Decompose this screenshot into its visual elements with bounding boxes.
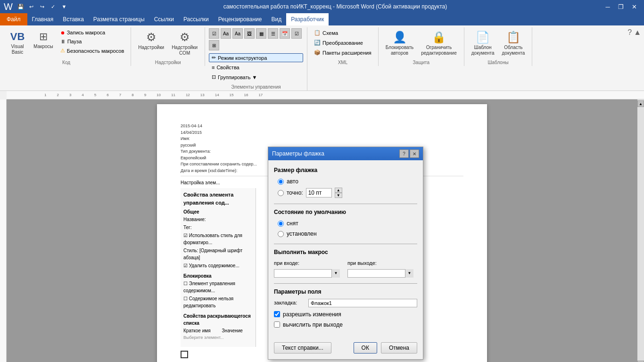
addins-button[interactable]: ⚙ Надстройки [135,28,167,53]
state-unchecked-radio[interactable] [278,221,284,227]
menu-page-layout[interactable]: Разметка страницы [89,13,149,25]
macros-button[interactable]: ⊞ Макросы [30,28,57,52]
control-icon-4[interactable]: 🖼 [244,28,255,39]
ok-button[interactable]: ОК [354,342,377,354]
state-checked-option[interactable]: установлен [278,230,417,238]
allow-changes-option[interactable]: разрешить изменения [274,310,417,319]
control-icon-6[interactable]: ☰ [268,28,278,39]
control-icon-5[interactable]: ▦ [256,28,266,39]
design-mode-button[interactable]: ✏ Режим конструктора [209,53,303,62]
size-auto-option[interactable]: авто [278,177,417,186]
control-icon-8[interactable]: ☑ [291,28,302,39]
menu-home[interactable]: Главная [27,13,58,25]
macro-exit-label: при выходе: [347,259,413,267]
dialog-close-btn[interactable]: ✕ [410,149,419,158]
size-spinbox-arrows[interactable]: ▲ ▼ [335,188,342,198]
quick-access-toolbar[interactable]: W 💾 ↩ ↪ ✓ ▼ [4,1,69,12]
size-exact-label: точно: [287,189,303,197]
menu-review[interactable]: Рецензирование [214,13,267,25]
default-state-label: Состояние по умолчанию [274,208,417,216]
state-radio-group[interactable]: снят установлен [274,219,417,238]
macro-exit-arrow[interactable]: ▼ [405,269,413,278]
visual-basic-button[interactable]: VB VisualBasic [6,28,29,58]
field-params-section: Параметры поля закладка: разрешить измен… [274,288,417,329]
size-up-arrow[interactable]: ▲ [335,188,342,193]
block-authors-button[interactable]: 👤 Блокироватьавторов [382,28,417,58]
doc-area-button[interactable]: 📋 Областьдокумента [499,28,528,58]
restrict-edit-button[interactable]: 🔒 Ограничитьредактирование [418,28,460,58]
bookmark-row: закладка: [274,299,417,307]
save-qa-btn[interactable]: 💾 [16,2,25,11]
vertical-scrollbar[interactable]: ▲ ▼ [637,99,644,362]
control-icon-1[interactable]: ☑ [209,28,219,39]
addins-icon: ⚙ [146,31,157,44]
field-params-label: Параметры поля [274,288,417,296]
grouping-button[interactable]: ⊡ Группировать ▼ [209,73,303,82]
transform-button[interactable]: 🔄 Преобразование [311,38,366,47]
ext-packages-button[interactable]: 📦 Пакеты расширения [311,48,374,57]
record-icon: ⏺ [60,30,65,35]
help-text-button[interactable]: Текст справки... [274,342,331,354]
record-macro-button[interactable]: ⏺ Запись макроса [58,28,127,37]
menu-references[interactable]: Ссылки [149,13,179,25]
size-exact-radio[interactable] [278,190,284,196]
qa-dropdown-btn[interactable]: ▼ [59,2,69,11]
window-controls[interactable]: ─ ❐ ✕ [602,2,640,11]
macro-exit-input[interactable] [347,269,413,278]
state-unchecked-label: снят [287,219,298,228]
state-unchecked-option[interactable]: снят [278,219,417,228]
ribbon-minimize-btn[interactable]: ▲ [634,28,641,37]
macro-security-button[interactable]: ⚠ Безопасность макросов [58,46,127,55]
size-exact-option[interactable]: точно: ▲ ▼ [278,188,417,198]
state-checked-radio[interactable] [278,231,284,237]
doc-template-button[interactable]: 📄 Шаблондокумента [468,28,498,58]
com-addins-icon: ⚙ [180,31,190,44]
menu-developer[interactable]: Разработчик [286,13,329,25]
restore-btn[interactable]: ❐ [615,2,627,11]
allow-changes-checkbox[interactable] [274,311,280,317]
schema-icon: 📋 [314,30,321,36]
cancel-button[interactable]: Отмена [381,342,417,354]
ribbon-group-code: VB VisualBasic ⊞ Макросы ⏺ Запись макрос… [2,27,131,66]
schema-button[interactable]: 📋 Схема [311,28,341,37]
restrict-edit-icon: 🔒 [432,31,446,44]
scroll-up-btn[interactable]: ▲ [637,100,644,107]
horizontal-ruler: 1234567891011121314151617 [7,91,644,99]
separator-3 [274,283,417,284]
macro-exit-combo[interactable]: ▼ [347,269,413,278]
close-btn[interactable]: ✕ [628,2,640,11]
control-icon-7[interactable]: 📅 [280,28,290,39]
ribbon-help-btn[interactable]: ? [627,28,632,37]
bookmark-input[interactable] [308,299,417,307]
size-auto-radio[interactable] [278,179,284,185]
spelling-qa-btn[interactable]: ✓ [49,2,58,11]
calc-on-exit-option[interactable]: вычислить при выходе [274,321,417,329]
size-radio-group[interactable]: авто точно: ▲ ▼ [274,177,417,198]
size-exact-input[interactable] [306,188,332,197]
menu-mailings[interactable]: Рассылки [179,13,214,25]
size-down-arrow[interactable]: ▼ [335,193,342,198]
undo-qa-btn[interactable]: ↩ [27,2,36,11]
control-icon-2[interactable]: Aa [221,28,231,39]
macro-enter-input[interactable] [274,269,340,278]
minimize-btn[interactable]: ─ [602,2,614,11]
com-addins-button[interactable]: ⚙ НадстройкиCOM [168,28,201,58]
ext-packages-icon: 📦 [314,49,321,56]
control-icon-3[interactable]: Aa [232,28,243,39]
redo-qa-btn[interactable]: ↪ [38,2,47,11]
dialog-title-controls[interactable]: ? ✕ [399,149,419,158]
warning-icon: ⚠ [60,48,65,54]
menu-view[interactable]: Вид [266,13,286,25]
menu-file[interactable]: Файл [0,13,27,25]
control-icon-9[interactable]: ⊞ [209,40,219,50]
dialog-help-btn[interactable]: ? [399,149,409,158]
properties-panel: Свойства элемента управления сод... Обще… [181,188,256,347]
properties-button[interactable]: ≡ Свойства [209,63,303,72]
title-bar: W 💾 ↩ ↪ ✓ ▼ самостоятельная работа поИКТ… [0,0,644,13]
default-state-section: Состояние по умолчанию снят установлен [274,208,417,238]
calc-on-exit-checkbox[interactable] [274,321,280,328]
pause-button[interactable]: ⏸ Пауза [58,37,127,46]
menu-insert[interactable]: Вставка [58,13,89,25]
macro-enter-combo[interactable]: ▼ [274,269,340,278]
macro-enter-arrow[interactable]: ▼ [331,269,340,278]
